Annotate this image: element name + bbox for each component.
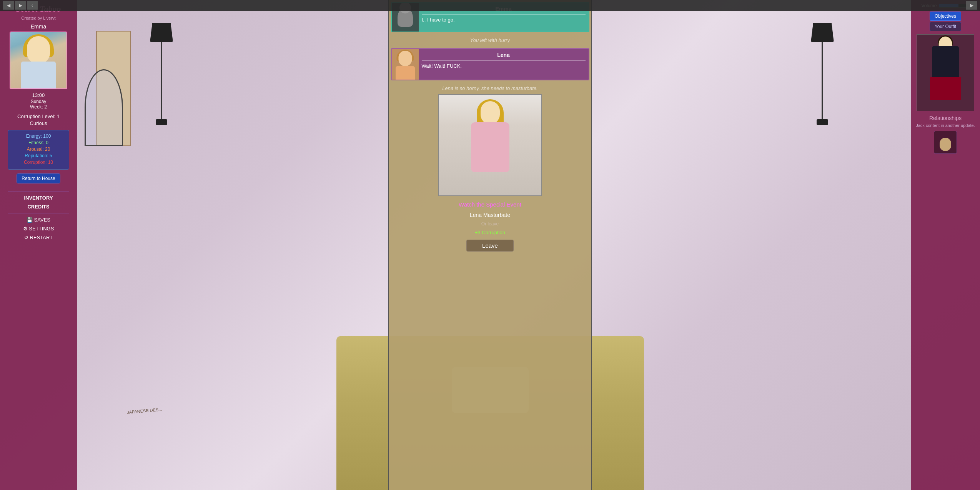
saves-button[interactable]: SAVES [2,215,75,224]
left-sidebar: Secret Taboo Created by Livervt Emma 13:… [0,0,77,490]
player-portrait [10,32,67,89]
scene-image: LUSTLAND5 [438,94,542,196]
narrator-text-1: You left with hurry [389,34,591,46]
return-to-house-button[interactable]: Return to House [17,173,60,183]
or-text: Or leave [481,221,499,227]
forward-arrow-button[interactable]: ▶ [15,1,26,10]
sidebar-divider-1 [8,191,69,192]
relationships-title: Relationships [929,115,962,121]
corruption-level: Corruption Level: 1 [17,113,60,119]
outfit-skirt [930,77,961,100]
watch-special-event-button[interactable]: Watch the Special Event [458,200,522,209]
emma-dialog-text: I.. I have to go. [422,16,586,25]
your-outfit-button[interactable]: Your Outfit [930,22,961,31]
outfit-jacket [932,46,959,77]
lena-masturbate-button[interactable]: Lena Masturbate [469,211,511,219]
sw-head [481,101,500,124]
jack-content-note: Jack content in another update. [916,123,975,128]
energy-stat: Energy: 100 [11,133,66,139]
choices-area: Watch the Special Event Lena Masturbate … [389,198,591,490]
outfit-figure [917,35,974,111]
corruption-note: +3 Corruption [474,228,506,237]
japanese-design-sign: JAPANESE DES... [127,407,162,415]
objectives-button[interactable]: Objectives [930,12,961,21]
top-nav-bar: ◀ ▶ ‹ ▶ [0,0,980,11]
emma-dialog-separator [422,14,586,15]
right-sidebar: Volume Objectives Your Outfit Relationsh… [911,0,980,490]
lena-body [396,66,415,80]
back-arrow-button[interactable]: ◀ [3,1,14,10]
settings-icon [23,226,29,232]
restart-button[interactable]: RESTART [2,233,75,242]
scene-woman-figure [456,99,525,195]
inventory-button[interactable]: INVENTORY [2,193,75,202]
lena-name-label: Lena [422,51,586,59]
sidebar-divider-2 [8,213,69,213]
avatar-face [940,138,951,151]
week-display: Week: 2 [30,104,47,110]
restart-icon [24,235,30,240]
scene-woman-background [439,95,541,195]
lena-dialog-content: Lena Wait! Wait! FUCK. [419,49,589,80]
saves-icon [27,217,34,223]
corruption-stat: Corruption: 10 [11,160,66,165]
lena-dialog-separator [422,60,586,61]
left-nav-button[interactable]: ‹ [27,1,38,10]
narrator-text-2: Lena is so horny, she needs to masturbat… [389,82,591,94]
time-display: 13:00 [32,92,45,98]
settings-button[interactable]: SETTINGS [2,224,75,233]
stats-box: Energy: 100 Fitness: 0 Arousal: 20 Reput… [8,130,69,170]
main-dialog-panel: Emma I.. I have to go. You left with hur… [388,0,592,490]
arousal-stat: Arousal: 20 [11,147,66,152]
lena-face [398,51,412,66]
reputation-stat: Reputation: 5 [11,153,66,158]
leave-button[interactable]: Leave [466,240,514,252]
fitness-stat: Fitness: 0 [11,140,66,145]
personality-label: Curious [30,120,47,126]
sw-body [471,122,509,172]
lena-avatar [392,49,419,80]
outfit-preview [917,34,974,111]
jack-avatar [934,131,957,154]
lena-dialog: Lena Wait! Wait! FUCK. [391,48,589,80]
player-name: Emma [31,23,46,30]
date-display: Sunday [31,99,47,104]
lena-dialog-text: Wait! Wait! FUCK. [422,62,586,71]
right-nav-button[interactable]: ▶ [966,1,977,10]
created-by-label: Created by Livervt [21,16,55,20]
credits-button[interactable]: CREDITS [2,202,75,211]
